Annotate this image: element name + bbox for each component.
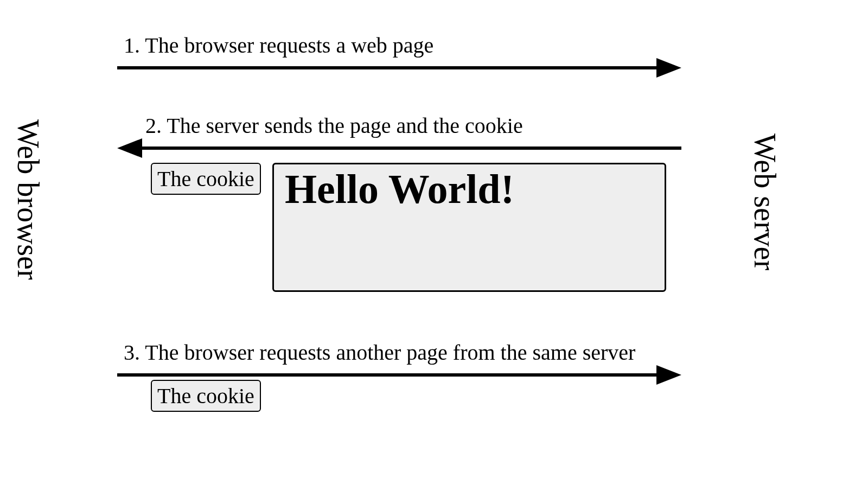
label-step3: 3. The browser requests another page fro… [124,340,681,365]
arrowhead-right-icon [656,365,681,385]
page-content: Hello World! [274,164,665,213]
label-step2: 2. The server sends the page and the coo… [145,113,681,138]
arrow-step3: 3. The browser requests another page fro… [117,340,681,385]
label-web-server: Web server [748,133,782,270]
cookie-box-step3: The cookie [151,380,261,412]
arrowhead-left-icon [117,138,142,158]
label-step1: 1. The browser requests a web page [124,33,681,58]
arrowhead-right-icon [656,58,681,78]
label-web-browser: Web browser [11,119,46,280]
cookie-box-step2: The cookie [151,163,261,195]
arrow-step2: 2. The server sends the page and the coo… [117,113,681,158]
page-box: Hello World! [272,163,666,292]
arrow-step1: 1. The browser requests a web page [117,33,681,78]
